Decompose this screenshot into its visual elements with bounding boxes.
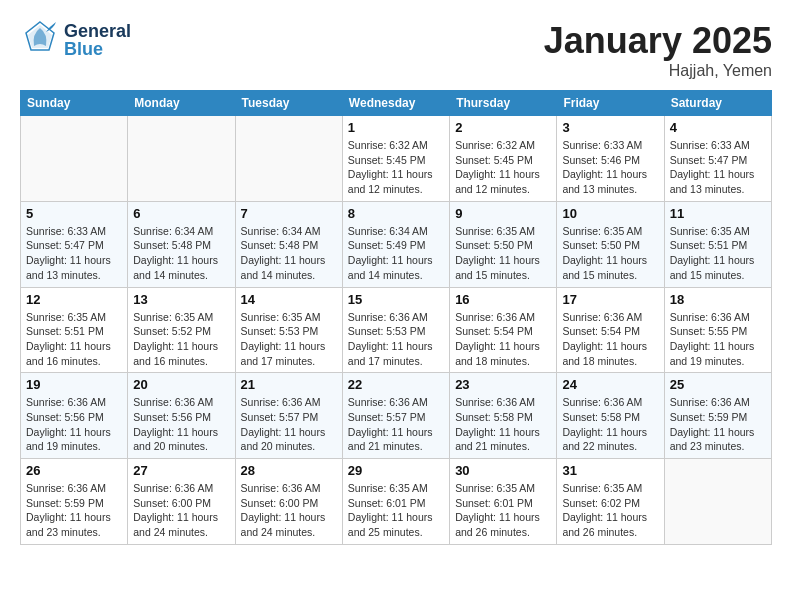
calendar-cell: 14Sunrise: 6:35 AM Sunset: 5:53 PM Dayli… — [235, 287, 342, 373]
day-info: Sunrise: 6:36 AM Sunset: 5:54 PM Dayligh… — [562, 310, 658, 369]
day-info: Sunrise: 6:35 AM Sunset: 6:02 PM Dayligh… — [562, 481, 658, 540]
day-info: Sunrise: 6:36 AM Sunset: 5:57 PM Dayligh… — [241, 395, 337, 454]
day-info: Sunrise: 6:36 AM Sunset: 5:59 PM Dayligh… — [26, 481, 122, 540]
day-number: 4 — [670, 120, 766, 135]
calendar-week-4: 19Sunrise: 6:36 AM Sunset: 5:56 PM Dayli… — [21, 373, 772, 459]
logo-blue: Blue — [64, 40, 131, 58]
day-info: Sunrise: 6:33 AM Sunset: 5:46 PM Dayligh… — [562, 138, 658, 197]
calendar-cell: 30Sunrise: 6:35 AM Sunset: 6:01 PM Dayli… — [450, 459, 557, 545]
day-number: 31 — [562, 463, 658, 478]
calendar-cell: 19Sunrise: 6:36 AM Sunset: 5:56 PM Dayli… — [21, 373, 128, 459]
column-header-wednesday: Wednesday — [342, 91, 449, 116]
calendar-cell: 5Sunrise: 6:33 AM Sunset: 5:47 PM Daylig… — [21, 201, 128, 287]
logo-general: General — [64, 22, 131, 40]
calendar-cell: 8Sunrise: 6:34 AM Sunset: 5:49 PM Daylig… — [342, 201, 449, 287]
day-number: 2 — [455, 120, 551, 135]
day-info: Sunrise: 6:36 AM Sunset: 5:57 PM Dayligh… — [348, 395, 444, 454]
day-info: Sunrise: 6:32 AM Sunset: 5:45 PM Dayligh… — [455, 138, 551, 197]
day-number: 25 — [670, 377, 766, 392]
calendar-cell: 26Sunrise: 6:36 AM Sunset: 5:59 PM Dayli… — [21, 459, 128, 545]
calendar-cell: 3Sunrise: 6:33 AM Sunset: 5:46 PM Daylig… — [557, 116, 664, 202]
calendar-cell: 13Sunrise: 6:35 AM Sunset: 5:52 PM Dayli… — [128, 287, 235, 373]
day-info: Sunrise: 6:36 AM Sunset: 5:58 PM Dayligh… — [455, 395, 551, 454]
day-info: Sunrise: 6:35 AM Sunset: 5:53 PM Dayligh… — [241, 310, 337, 369]
day-number: 11 — [670, 206, 766, 221]
day-info: Sunrise: 6:36 AM Sunset: 6:00 PM Dayligh… — [241, 481, 337, 540]
calendar-cell — [128, 116, 235, 202]
day-info: Sunrise: 6:33 AM Sunset: 5:47 PM Dayligh… — [26, 224, 122, 283]
calendar-cell: 27Sunrise: 6:36 AM Sunset: 6:00 PM Dayli… — [128, 459, 235, 545]
calendar-cell: 6Sunrise: 6:34 AM Sunset: 5:48 PM Daylig… — [128, 201, 235, 287]
calendar-cell: 15Sunrise: 6:36 AM Sunset: 5:53 PM Dayli… — [342, 287, 449, 373]
day-number: 22 — [348, 377, 444, 392]
calendar-cell: 24Sunrise: 6:36 AM Sunset: 5:58 PM Dayli… — [557, 373, 664, 459]
day-info: Sunrise: 6:35 AM Sunset: 5:51 PM Dayligh… — [26, 310, 122, 369]
month-title: January 2025 — [544, 20, 772, 62]
day-number: 30 — [455, 463, 551, 478]
day-info: Sunrise: 6:33 AM Sunset: 5:47 PM Dayligh… — [670, 138, 766, 197]
calendar-week-3: 12Sunrise: 6:35 AM Sunset: 5:51 PM Dayli… — [21, 287, 772, 373]
title-block: January 2025 Hajjah, Yemen — [544, 20, 772, 80]
calendar-cell: 7Sunrise: 6:34 AM Sunset: 5:48 PM Daylig… — [235, 201, 342, 287]
page-header: General Blue January 2025 Hajjah, Yemen — [20, 20, 772, 80]
day-number: 14 — [241, 292, 337, 307]
day-info: Sunrise: 6:35 AM Sunset: 6:01 PM Dayligh… — [455, 481, 551, 540]
calendar-cell: 22Sunrise: 6:36 AM Sunset: 5:57 PM Dayli… — [342, 373, 449, 459]
day-info: Sunrise: 6:34 AM Sunset: 5:48 PM Dayligh… — [241, 224, 337, 283]
day-number: 23 — [455, 377, 551, 392]
day-number: 29 — [348, 463, 444, 478]
day-number: 3 — [562, 120, 658, 135]
calendar-cell: 25Sunrise: 6:36 AM Sunset: 5:59 PM Dayli… — [664, 373, 771, 459]
logo-text: General Blue — [64, 22, 131, 58]
calendar-cell: 17Sunrise: 6:36 AM Sunset: 5:54 PM Dayli… — [557, 287, 664, 373]
calendar-cell: 9Sunrise: 6:35 AM Sunset: 5:50 PM Daylig… — [450, 201, 557, 287]
calendar-cell: 10Sunrise: 6:35 AM Sunset: 5:50 PM Dayli… — [557, 201, 664, 287]
column-header-sunday: Sunday — [21, 91, 128, 116]
day-number: 13 — [133, 292, 229, 307]
calendar-cell: 29Sunrise: 6:35 AM Sunset: 6:01 PM Dayli… — [342, 459, 449, 545]
calendar-week-5: 26Sunrise: 6:36 AM Sunset: 5:59 PM Dayli… — [21, 459, 772, 545]
day-info: Sunrise: 6:36 AM Sunset: 5:58 PM Dayligh… — [562, 395, 658, 454]
calendar-week-2: 5Sunrise: 6:33 AM Sunset: 5:47 PM Daylig… — [21, 201, 772, 287]
column-header-friday: Friday — [557, 91, 664, 116]
day-number: 15 — [348, 292, 444, 307]
day-number: 9 — [455, 206, 551, 221]
calendar-cell: 21Sunrise: 6:36 AM Sunset: 5:57 PM Dayli… — [235, 373, 342, 459]
day-number: 7 — [241, 206, 337, 221]
calendar-cell: 11Sunrise: 6:35 AM Sunset: 5:51 PM Dayli… — [664, 201, 771, 287]
location-subtitle: Hajjah, Yemen — [544, 62, 772, 80]
day-info: Sunrise: 6:35 AM Sunset: 5:51 PM Dayligh… — [670, 224, 766, 283]
calendar-cell: 28Sunrise: 6:36 AM Sunset: 6:00 PM Dayli… — [235, 459, 342, 545]
logo: General Blue — [20, 20, 131, 60]
calendar-cell — [235, 116, 342, 202]
day-info: Sunrise: 6:35 AM Sunset: 6:01 PM Dayligh… — [348, 481, 444, 540]
calendar-table: SundayMondayTuesdayWednesdayThursdayFrid… — [20, 90, 772, 545]
day-info: Sunrise: 6:36 AM Sunset: 5:54 PM Dayligh… — [455, 310, 551, 369]
day-info: Sunrise: 6:36 AM Sunset: 5:59 PM Dayligh… — [670, 395, 766, 454]
day-number: 19 — [26, 377, 122, 392]
day-number: 6 — [133, 206, 229, 221]
day-number: 10 — [562, 206, 658, 221]
column-header-monday: Monday — [128, 91, 235, 116]
day-number: 16 — [455, 292, 551, 307]
day-info: Sunrise: 6:34 AM Sunset: 5:48 PM Dayligh… — [133, 224, 229, 283]
day-number: 27 — [133, 463, 229, 478]
logo-icon — [20, 20, 60, 60]
day-number: 18 — [670, 292, 766, 307]
day-info: Sunrise: 6:36 AM Sunset: 6:00 PM Dayligh… — [133, 481, 229, 540]
calendar-header-row: SundayMondayTuesdayWednesdayThursdayFrid… — [21, 91, 772, 116]
calendar-cell: 18Sunrise: 6:36 AM Sunset: 5:55 PM Dayli… — [664, 287, 771, 373]
day-info: Sunrise: 6:36 AM Sunset: 5:56 PM Dayligh… — [133, 395, 229, 454]
day-info: Sunrise: 6:35 AM Sunset: 5:52 PM Dayligh… — [133, 310, 229, 369]
calendar-cell: 23Sunrise: 6:36 AM Sunset: 5:58 PM Dayli… — [450, 373, 557, 459]
day-number: 20 — [133, 377, 229, 392]
column-header-thursday: Thursday — [450, 91, 557, 116]
calendar-cell: 12Sunrise: 6:35 AM Sunset: 5:51 PM Dayli… — [21, 287, 128, 373]
day-number: 24 — [562, 377, 658, 392]
day-info: Sunrise: 6:35 AM Sunset: 5:50 PM Dayligh… — [562, 224, 658, 283]
day-number: 5 — [26, 206, 122, 221]
day-number: 26 — [26, 463, 122, 478]
day-number: 17 — [562, 292, 658, 307]
day-number: 1 — [348, 120, 444, 135]
calendar-cell: 31Sunrise: 6:35 AM Sunset: 6:02 PM Dayli… — [557, 459, 664, 545]
